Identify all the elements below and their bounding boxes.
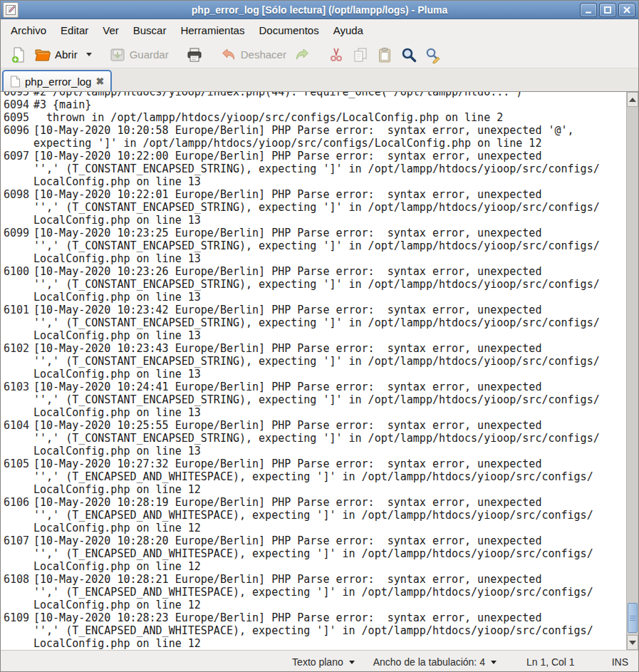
log-text: [10-May-2020 10:22:01 Europe/Berlin] PHP…: [33, 188, 541, 201]
log-text: LocalConfig.php on line 13: [33, 291, 201, 304]
paste-button[interactable]: [373, 44, 397, 66]
log-text: '',' (T_ENCAPSED_AND_WHITESPACE), expect…: [33, 547, 593, 560]
scroll-up-button[interactable]: [627, 92, 638, 107]
log-text: [10-May-2020 10:23:42 Europe/Berlin] PHP…: [33, 304, 541, 316]
log-line: 6096[10-May-2020 10:20:58 Europe/Berlin]…: [1, 124, 626, 137]
line-number: [1, 406, 29, 419]
line-number: [1, 445, 29, 458]
log-line: '',' (T_ENCAPSED_AND_WHITESPACE), expect…: [1, 470, 626, 483]
log-text: '',' (T_ENCAPSED_AND_WHITESPACE), expect…: [33, 624, 593, 637]
line-number: 6103: [1, 381, 29, 393]
menu-item-buscar[interactable]: Buscar: [126, 21, 174, 40]
undo-icon: [220, 46, 237, 63]
line-number: [1, 560, 29, 573]
maximize-button[interactable]: [599, 3, 616, 17]
menu-item-documentos[interactable]: Documentos: [251, 21, 326, 40]
document-icon: [10, 76, 21, 88]
new-document-button[interactable]: [6, 44, 31, 66]
text-view[interactable]: 6093#2 /opt/lampp/htdocs/yioop/index.php…: [1, 92, 626, 650]
find-button[interactable]: [397, 44, 421, 66]
line-number: [1, 239, 29, 252]
log-line: 6101[10-May-2020 10:23:42 Europe/Berlin]…: [1, 304, 626, 316]
menu-item-editar[interactable]: Editar: [53, 21, 95, 40]
tab-php-error-log[interactable]: php_error_log ✖: [2, 70, 112, 91]
window-controls: [580, 3, 638, 17]
menu-item-archivo[interactable]: Archivo: [4, 21, 53, 40]
language-selector[interactable]: Texto plano: [288, 654, 359, 670]
status-bar: Texto plano Ancho de la tabulación: 4 Ln…: [1, 650, 638, 672]
menu-item-ayuda[interactable]: Ayuda: [326, 21, 370, 40]
line-number: [1, 137, 29, 150]
log-line: LocalConfig.php on line 13: [1, 329, 626, 342]
line-number: 6102: [1, 342, 29, 355]
log-text: [10-May-2020 10:28:20 Europe/Berlin] PHP…: [33, 534, 541, 547]
titlebar[interactable]: php_error_log [Sólo lectura] (/opt/lampp…: [1, 1, 638, 19]
line-number: 6099: [1, 227, 29, 239]
line-number: 6093: [1, 92, 29, 98]
minimize-icon: [584, 6, 593, 14]
scroll-down-button[interactable]: [627, 635, 638, 650]
open-button[interactable]: Abrir: [31, 44, 81, 66]
line-number: [1, 547, 29, 560]
paste-clipboard-icon: [376, 46, 393, 63]
log-line: '',' (T_CONSTANT_ENCAPSED_STRING), expec…: [1, 239, 626, 252]
editor-text: 6093#2 /opt/lampp/htdocs/yioop/index.php…: [1, 92, 626, 650]
tab-width-selector[interactable]: Ancho de la tabulación: 4: [369, 654, 501, 670]
log-line: '',' (T_CONSTANT_ENCAPSED_STRING), expec…: [1, 393, 626, 406]
log-line: 6095 thrown in /opt/lampp/htdocs/yioop/s…: [1, 111, 626, 124]
undo-button-label: Deshacer: [241, 48, 286, 61]
vertical-scrollbar[interactable]: [626, 92, 638, 650]
line-number: [1, 624, 29, 637]
line-number: [1, 252, 29, 265]
log-line: 6100[10-May-2020 10:23:26 Europe/Berlin]…: [1, 265, 626, 278]
line-number: 6107: [1, 534, 29, 547]
save-button-label: Guardar: [130, 48, 169, 61]
line-number: [1, 432, 29, 445]
minimize-button[interactable]: [580, 3, 597, 17]
line-number: 6100: [1, 265, 29, 278]
line-number: 6096: [1, 124, 29, 137]
arrow-down-icon: [629, 641, 636, 645]
log-line: '',' (T_ENCAPSED_AND_WHITESPACE), expect…: [1, 624, 626, 637]
log-line: 6099[10-May-2020 10:23:25 Europe/Berlin]…: [1, 227, 626, 239]
log-line: LocalConfig.php on line 13: [1, 214, 626, 227]
search-replace-icon: [425, 46, 442, 63]
cut-button[interactable]: [324, 44, 348, 66]
replace-button[interactable]: [421, 44, 445, 66]
line-number: [1, 214, 29, 227]
undo-button[interactable]: Deshacer: [217, 44, 290, 66]
tab-bar: php_error_log ✖: [1, 68, 638, 91]
scrollbar-thumb[interactable]: [628, 603, 638, 633]
menu-item-herramientas[interactable]: Herramientas: [173, 21, 251, 40]
log-line: '',' (T_ENCAPSED_AND_WHITESPACE), expect…: [1, 547, 626, 560]
tab-close-icon[interactable]: ✖: [95, 76, 104, 86]
menu-item-ver[interactable]: Ver: [95, 21, 126, 40]
open-button-label: Abrir: [55, 48, 78, 61]
chevron-down-icon: [491, 661, 497, 664]
log-line: 6109[10-May-2020 10:28:23 Europe/Berlin]…: [1, 611, 626, 624]
print-icon: [186, 46, 203, 63]
language-selector-label: Texto plano: [292, 656, 343, 668]
new-document-icon: [10, 46, 27, 63]
close-button[interactable]: [618, 3, 635, 17]
line-number: 6105: [1, 458, 29, 470]
open-recent-dropdown[interactable]: [81, 51, 95, 58]
log-text: [10-May-2020 10:28:23 Europe/Berlin] PHP…: [33, 611, 541, 624]
line-number: [1, 470, 29, 483]
redo-button[interactable]: [290, 44, 314, 66]
log-text: LocalConfig.php on line 12: [33, 522, 201, 534]
line-number: [1, 637, 29, 650]
line-number: [1, 278, 29, 291]
log-text: '',' (T_ENCAPSED_AND_WHITESPACE), expect…: [33, 586, 593, 599]
editor-area[interactable]: 6093#2 /opt/lampp/htdocs/yioop/index.php…: [1, 91, 638, 650]
save-button[interactable]: Guardar: [105, 44, 172, 66]
log-line: 6105[10-May-2020 10:27:32 Europe/Berlin]…: [1, 458, 626, 470]
print-button[interactable]: [182, 44, 207, 66]
log-line: LocalConfig.php on line 12: [1, 637, 626, 650]
line-number: [1, 316, 29, 329]
log-text: [10-May-2020 10:22:00 Europe/Berlin] PHP…: [33, 150, 541, 162]
cursor-position: Ln 1, Col 1: [526, 656, 575, 668]
copy-button[interactable]: [348, 44, 373, 66]
log-line: LocalConfig.php on line 13: [1, 291, 626, 304]
log-line: LocalConfig.php on line 13: [1, 252, 626, 265]
